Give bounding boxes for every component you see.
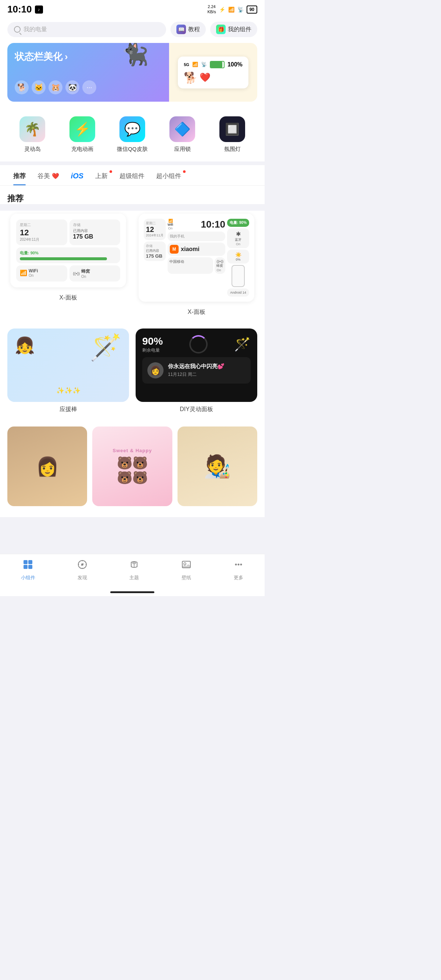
charge-anim-icon: ⚡ [69,116,95,142]
emoji-cat: 🐱 [32,80,46,94]
small-widget-3[interactable]: 🧑‍🎨 [177,426,257,506]
wifi-icon-2: 📶 [168,219,173,223]
tutorial-icon: 📖 [176,25,186,34]
charge-anim-label: 充电动画 [71,146,93,153]
shiba-preview: 🐕 ❤️ [184,71,243,84]
diy-message-text: 你永远在我心中闪亮💕 [168,363,246,370]
signal-cell-2: ((•)) 蜂窝 On [215,257,225,274]
feature-charge-anim[interactable]: ⚡ 充电动画 [64,116,101,153]
tab-gumei[interactable]: 谷美 ❤️ [32,165,65,185]
mi-logo: M [170,245,179,254]
operator-signal-row: 中国移动 ((•)) 蜂窝 On [168,257,225,274]
my-widgets-button[interactable]: 🎁 我的组件 [210,22,257,37]
signal-cell-1: ((•)) 蜂窝 On [69,266,121,282]
dynamic-island-label: 灵动岛 [24,146,41,153]
features-section: 🌴 灵动岛 ⚡ 充电动画 💬 微信QQ皮肤 🔷 应用锁 🔲 氛围灯 [0,109,265,162]
small-widget-2[interactable]: Sweet & Happy 🐻🐻 🐻🐻 [92,426,172,506]
diy-widget-inner: 90% 剩余电量 🪄 👩 你永远在我心中闪亮💕 11月12日 周二 [136,328,257,402]
nav-theme[interactable]: 主题 [129,559,139,581]
nav-discover[interactable]: 发现 [77,559,88,581]
section-divider [0,162,265,165]
banner-title-text: 状态栏美化 [15,50,62,63]
svg-point-10 [235,564,237,566]
tutorial-label: 教程 [188,26,200,33]
operator-label: 中国移动 [169,259,184,264]
emoji-shiba: 🐕 [15,80,29,94]
wifi-inner-1: 📶 WiFi On [20,268,64,277]
search-icon [14,26,21,33]
tabs-section: 推荐 谷美 ❤️ iOS 上新 超级组件 超小组件 [0,165,265,186]
svg-rect-2 [24,565,27,569]
wifi-sub-2: On [168,226,173,230]
brightness-icon-2: ☀️ [229,252,247,258]
search-bar[interactable]: 我的电量 [7,22,166,37]
recommend-section: 推荐 [0,186,265,204]
x-panel-2-inner: 星期二 12 2024年11月 存储 已用内容 175 GB 📶 [139,214,254,302]
status-beauty-banner[interactable]: 状态栏美化 › 🐕 🐱 🐹 🐼 ··· 🐈‍⬛ 5G 📶 📡 [7,43,257,102]
recommend-title: 推荐 [7,193,257,204]
brightness-val-2: 0% [229,258,247,261]
nav-discover-label: 发现 [78,574,87,581]
tab-new[interactable]: 上新 [89,165,113,185]
feature-dynamic-island[interactable]: 🌴 灵动岛 [14,116,51,153]
battery-percent-preview: 100% [227,61,243,68]
cheer-widget-label: 应援棒 [7,402,129,419]
feature-ambient-light[interactable]: 🔲 氛围灯 [214,116,251,153]
cheer-person-emoji: 👧 [15,336,35,355]
bluetooth-status-icon: ⚡ [219,6,225,13]
xp2-col3: 电量: 90% ✱ 蓝牙 On ☀️ 0% Android 14 [227,219,249,297]
tab-ios-label: iOS [71,172,83,180]
date-num-1: 12 [20,228,64,237]
small-widget-1[interactable]: 👩 [7,426,87,506]
android-label: Android 14 [227,288,249,297]
operator-cell: 中国移动 [168,257,213,274]
nav-widgets[interactable]: 小组件 [21,559,35,581]
diy-avatar: 👩 [147,362,163,379]
wifi-cell-2: 📶 Wifi On [168,219,173,230]
tab-recommend[interactable]: 推荐 [7,165,32,185]
hanging-cat-decoration: 🐈‍⬛ [121,43,149,67]
wifi-icon-preview: 📡 [201,62,207,67]
tab-new-label: 上新 [95,172,108,180]
more-emoji-button[interactable]: ··· [82,80,96,94]
feature-app-lock[interactable]: 🔷 应用锁 [164,116,201,153]
nav-wallpaper[interactable]: 壁纸 [181,559,192,581]
app-lock-icon: 🔷 [169,116,195,142]
tab-mini-widget-badge [183,170,185,173]
tab-super-widget[interactable]: 超级组件 [113,165,150,185]
xiaomi-cell: M xiaomi [168,243,225,256]
tutorial-button[interactable]: 📖 教程 [171,22,206,37]
banner-arrow: › [65,51,68,62]
feature-wechat-qq[interactable]: 💬 微信QQ皮肤 [114,116,151,153]
x-panel-1-grid: 星期二 12 2024年11月 存储 已用内容 175 GB 电量: 90% [15,218,121,283]
storage-val-1: 175 GB [73,234,117,240]
diy-panel-card[interactable]: 90% 剩余电量 🪄 👩 你永远在我心中闪亮💕 11月12日 周二 DIY灵动面… [136,328,257,419]
diy-battery-pct: 90% [142,336,163,347]
signal-sub-1: On [81,275,90,278]
wechat-qq-icon: 💬 [120,116,145,142]
battery-status-row: 5G 📶 📡 100% [184,61,243,68]
my-phone-label: 我的手机 [170,234,184,239]
diy-battery-row: 90% 剩余电量 🪄 [142,335,251,353]
tab-mini-widget[interactable]: 超小组件 [150,165,187,185]
storage-title-2: 存储 [146,244,163,248]
x-panel-1-label: X-面板 [7,290,129,307]
android-phone-col: Android 14 [227,265,249,297]
app-lock-label: 应用锁 [174,146,191,153]
svg-rect-1 [28,560,32,564]
x-panel-2-label: X-面板 [136,305,257,322]
cheer-widget-card[interactable]: 👧 🪄 ✨✨✨ 应援棒 [7,328,129,419]
widgets-nav-icon [23,559,33,572]
wifi-cell-1: 📶 WiFi On [16,266,67,282]
tab-ios[interactable]: iOS [65,165,89,185]
nav-more[interactable]: 更多 [233,559,244,581]
network-speed: 2.24KB/s [207,5,216,14]
nav-widgets-label: 小组件 [21,574,35,581]
wifi-label-1: WiFi [29,268,38,274]
photo-placeholder-1: 👩 [7,426,87,506]
wechat-qq-label: 微信QQ皮肤 [117,146,147,153]
tab-new-badge [110,170,112,173]
x-panel-1-card[interactable]: 星期二 12 2024年11月 存储 已用内容 175 GB 电量: 90% [7,211,129,322]
x-panel-2-card[interactable]: 星期二 12 2024年11月 存储 已用内容 175 GB 📶 [136,211,257,322]
storage-title-1: 存储 [73,223,117,228]
